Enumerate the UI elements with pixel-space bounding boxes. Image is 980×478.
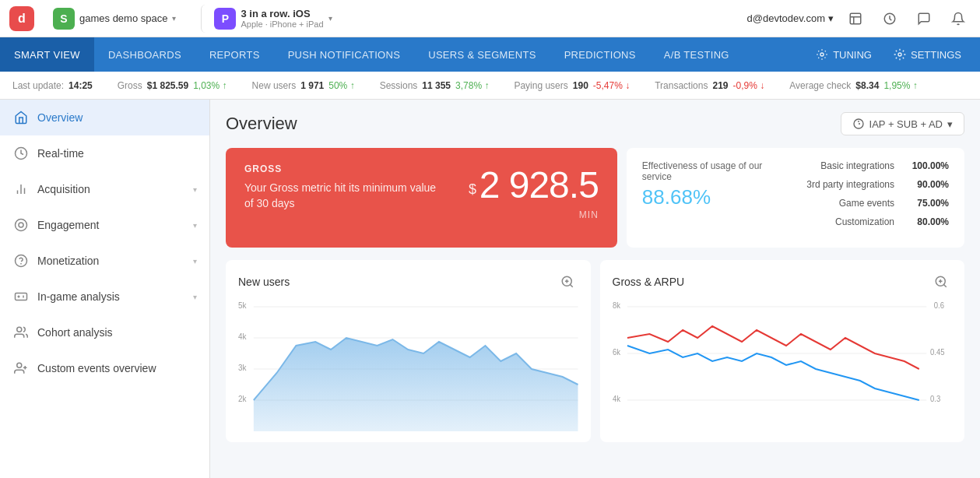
gross-label: Gross xyxy=(118,80,142,91)
new-users-stat: New users 1 971 50% ↑ xyxy=(252,80,355,91)
svg-point-14 xyxy=(17,327,22,332)
sessions-stat: Sessions 11 355 3,78% ↑ xyxy=(380,80,490,91)
effect-row-custom: Customization 80.00% xyxy=(793,216,949,227)
nav-users-segments[interactable]: USERS & SEGMENTS xyxy=(414,37,550,72)
top-bar-right: d@devtodev.com ▾ xyxy=(747,6,971,31)
sidebar-item-ingame[interactable]: In-game analysis ▾ xyxy=(0,279,209,315)
expand-icon: ▾ xyxy=(193,293,197,301)
svg-text:5k: 5k xyxy=(238,301,246,310)
svg-text:4k: 4k xyxy=(238,332,246,341)
bell-icon[interactable] xyxy=(946,6,971,31)
gross-number: 2 928.5 xyxy=(479,164,599,206)
paying-users-label: Paying users xyxy=(514,80,567,91)
devtodev-logo: d xyxy=(9,6,34,31)
new-users-chart-card: New users 5k 4k 3k 2k xyxy=(226,260,591,442)
expand-icon: ▾ xyxy=(193,221,197,230)
sidebar-item-label: In-game analysis xyxy=(37,290,120,303)
effectiveness-card: Effectiveness of usage of our service 88… xyxy=(627,148,964,248)
nav-ab-testing[interactable]: A/B TESTING xyxy=(650,37,743,72)
home-icon xyxy=(12,109,30,126)
gross-arpu-chart-area: 8k 6k 4k 0.6 0.45 0.3 xyxy=(613,299,953,431)
engagement-icon xyxy=(12,216,30,234)
transactions-label: Transactions xyxy=(655,80,708,91)
expand-icon: ▾ xyxy=(193,185,197,194)
paying-users-value: 190 xyxy=(573,80,588,91)
app-switcher[interactable]: P 3 in a row. iOS Apple · iPhone + iPad … xyxy=(201,5,338,33)
gross-currency: $ xyxy=(469,181,476,197)
new-users-chart-title: New users xyxy=(238,276,290,288)
sidebar: Overview Real-time Acquisition ▾ Engagem… xyxy=(0,100,210,478)
svg-point-11 xyxy=(19,223,23,227)
gross-arpu-chart-card: Gross & ARPU 8k 6k 4k 0.6 0.45 0.3 xyxy=(600,260,965,442)
sidebar-item-realtime[interactable]: Real-time xyxy=(0,135,209,171)
sidebar-item-acquisition[interactable]: Acquisition ▾ xyxy=(0,171,209,207)
dollar-icon xyxy=(12,252,30,269)
gross-change: 1,03% ↑ xyxy=(193,80,227,91)
gross-stat: Gross $1 825.59 1,03% ↑ xyxy=(118,80,227,91)
new-users-zoom-button[interactable] xyxy=(557,271,578,293)
expand-icon: ▾ xyxy=(193,257,197,265)
cohort-icon xyxy=(12,324,30,341)
settings-button[interactable]: SETTINGS xyxy=(884,44,971,65)
sidebar-item-overview[interactable]: Overview xyxy=(0,100,209,135)
nav-dashboards[interactable]: DASHBOARDS xyxy=(94,37,195,72)
avg-check-value: $8.34 xyxy=(855,80,879,91)
sidebar-item-engagement[interactable]: Engagement ▾ xyxy=(0,207,209,243)
bar-chart-icon xyxy=(12,181,30,198)
nav-smart-view[interactable]: SMART VIEW xyxy=(0,37,94,72)
filter-button[interactable]: IAP + SUB + AD ▾ xyxy=(841,112,964,135)
effect-row-game: Game events 75.00% xyxy=(793,198,949,209)
last-update: Last update: 14:25 xyxy=(12,80,93,91)
effect-title: Effectiveness of usage of our service xyxy=(642,160,781,182)
clock-icon xyxy=(12,145,30,162)
nav-push-notifications[interactable]: PUSH NOTIFICATIONS xyxy=(274,37,415,72)
new-users-chart-area: 5k 4k 3k 2k xyxy=(238,299,578,431)
gross-card-message: Your Gross metric hit its minimum value … xyxy=(244,181,447,211)
chat-icon[interactable] xyxy=(912,6,936,31)
main-layout: Overview Real-time Acquisition ▾ Engagem… xyxy=(0,100,980,478)
paying-users-stat: Paying users 190 -5,47% ↓ xyxy=(514,80,630,91)
effect-percentage: 88.68% xyxy=(642,185,781,209)
sidebar-item-cohort[interactable]: Cohort analysis xyxy=(0,315,209,350)
filter-chevron: ▾ xyxy=(947,118,953,130)
paying-users-change: -5,47% ↓ xyxy=(593,80,630,91)
svg-point-15 xyxy=(17,363,22,367)
svg-text:0.45: 0.45 xyxy=(930,348,944,357)
nav-reports[interactable]: REPORTS xyxy=(195,37,274,72)
tuning-label: TUNING xyxy=(833,49,872,61)
sessions-value: 11 355 xyxy=(422,80,451,91)
app-name: 3 in a row. iOS xyxy=(241,8,323,19)
page-title: Overview xyxy=(226,114,297,134)
sidebar-item-custom-events[interactable]: Custom events overview xyxy=(0,350,209,386)
avg-check-change: 1,95% ↑ xyxy=(883,80,917,91)
svg-line-33 xyxy=(943,284,946,286)
svg-text:2k: 2k xyxy=(238,395,246,403)
svg-text:0.6: 0.6 xyxy=(933,301,943,310)
user-email[interactable]: d@devtodev.com ▾ xyxy=(747,12,834,24)
gross-card: GROSS Your Gross metric hit its minimum … xyxy=(226,148,617,248)
effect-row-basic: Basic integrations 100.00% xyxy=(793,160,949,171)
top-bar: d S games demo space ▾ P 3 in a row. iOS… xyxy=(0,0,980,37)
sidebar-item-label: Acquisition xyxy=(37,183,90,195)
notifications-icon[interactable] xyxy=(843,6,868,31)
sidebar-item-label: Custom events overview xyxy=(37,362,156,374)
new-users-value: 1 971 xyxy=(300,80,324,91)
tuning-button[interactable]: TUNING xyxy=(806,44,881,65)
gamepad-icon xyxy=(12,288,30,305)
nav-predictions[interactable]: PREDICTIONS xyxy=(550,37,650,72)
svg-text:8k: 8k xyxy=(613,301,620,310)
sidebar-item-label: Overview xyxy=(37,111,83,124)
sidebar-item-monetization[interactable]: Monetization ▾ xyxy=(0,243,209,279)
avg-check-stat: Average check $8.34 1,95% ↑ xyxy=(789,80,918,91)
app-subtitle: Apple · iPhone + iPad xyxy=(241,19,323,29)
charts-row: New users 5k 4k 3k 2k xyxy=(226,260,964,442)
status-bar: Last update: 14:25 Gross $1 825.59 1,03%… xyxy=(0,72,980,100)
workspace-switcher[interactable]: S games demo space ▾ xyxy=(47,5,182,33)
last-update-label: Last update: xyxy=(12,80,64,91)
new-users-change: 50% ↑ xyxy=(328,80,354,91)
gross-arpu-chart-header: Gross & ARPU xyxy=(613,271,953,293)
workspace-name: games demo space xyxy=(79,12,167,24)
sidebar-item-label: Engagement xyxy=(37,219,99,231)
billing-icon[interactable] xyxy=(877,6,902,31)
gross-arpu-zoom-button[interactable] xyxy=(930,271,952,293)
